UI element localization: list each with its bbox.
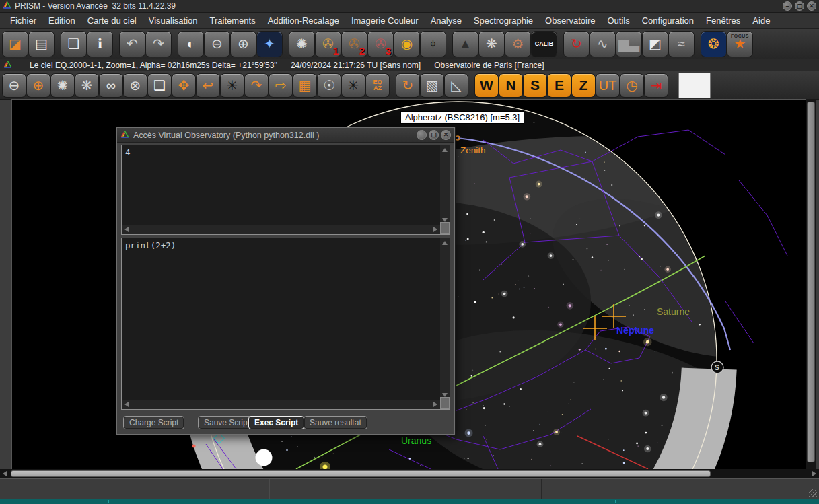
tools-wrench-button[interactable]: ⚙	[505, 32, 530, 57]
ephemeris-table-button[interactable]: ▦	[293, 74, 316, 97]
close-button[interactable]: ✕	[807, 1, 816, 11]
menu-carte-du-ciel[interactable]: Carte du ciel	[81, 13, 143, 28]
menu-analyse[interactable]: Analyse	[425, 13, 468, 28]
resize-arrows-button[interactable]: ✥	[172, 74, 195, 97]
sky-zoom-in-button[interactable]: ⊕	[27, 74, 50, 97]
vo-output-scroll-corner[interactable]	[440, 222, 450, 234]
scroll-right-icon[interactable]	[433, 402, 437, 407]
reduce-view-button[interactable]: ✳	[221, 74, 244, 97]
curve-button[interactable]: ∿	[590, 32, 615, 57]
open-image-button[interactable]: ◪	[3, 32, 28, 57]
calibration-button[interactable]: CALIB	[532, 32, 557, 57]
select-region-button[interactable]: ▧	[421, 74, 443, 97]
vo-script-input-area[interactable]: print(2+2)	[121, 238, 450, 410]
minimize-button[interactable]: –	[783, 1, 792, 11]
scroll-left-icon[interactable]	[124, 227, 129, 232]
zoom-out-button[interactable]: ⊖	[205, 32, 229, 57]
vo-output-vscrollbar[interactable]	[440, 145, 450, 225]
sauve-script-button[interactable]: Sauve Script	[198, 416, 256, 429]
redo-button[interactable]: ↷	[146, 32, 171, 57]
menu-addition-recalage[interactable]: Addition-Recalage	[262, 13, 345, 28]
menu-fen-tres[interactable]: Fenêtres	[700, 13, 746, 28]
cardinal-z-button[interactable]: Z	[572, 74, 595, 97]
cardinal-s-button[interactable]: S	[524, 74, 546, 97]
filter-wheel-button[interactable]: ◉	[394, 32, 419, 57]
color-swatch[interactable]	[679, 73, 710, 98]
sauve-resultat-button[interactable]: Sauve resultat	[304, 416, 367, 429]
psf-cone-button[interactable]: ▲	[453, 32, 478, 57]
dialog-close-button[interactable]: ✕	[441, 130, 451, 140]
camera-2-button[interactable]: ✇2	[342, 32, 367, 57]
contrast-button[interactable]: ◐	[178, 32, 203, 57]
info-button[interactable]: ℹ	[87, 32, 112, 57]
vo-input-hscrollbar[interactable]	[122, 400, 440, 409]
maximize-button[interactable]: ▢	[795, 1, 804, 11]
scroll-left-icon[interactable]	[3, 471, 7, 476]
telescope-button[interactable]: ⌖	[421, 32, 446, 57]
map-vertical-scrollbar[interactable]	[806, 100, 816, 469]
print-button[interactable]: ❑	[148, 74, 171, 97]
profile-graph-button[interactable]: ≈	[669, 32, 694, 57]
eq-az-toggle-button[interactable]: EQ AZ	[366, 74, 389, 97]
vo-dialog-titlebar[interactable]: Accès Virtual Observatory (Python python…	[117, 128, 454, 143]
flip-arrow-button[interactable]: ↩	[197, 74, 219, 97]
vo-output-area[interactable]: 4	[121, 145, 450, 235]
scroll-up-icon[interactable]	[442, 241, 448, 245]
menu-configuration[interactable]: Configuration	[636, 13, 700, 28]
menu-outils[interactable]: Outils	[601, 13, 635, 28]
star-sphere-button[interactable]: ❋	[479, 32, 504, 57]
sky-zoom-out-button[interactable]: ⊖	[3, 74, 26, 97]
scroll-up-icon[interactable]	[442, 148, 448, 152]
histogram-3d-button[interactable]: ▆▃	[616, 32, 641, 57]
scroll-right-icon[interactable]	[812, 471, 816, 476]
sky-flat-wheel-button[interactable]: ✺	[51, 74, 74, 97]
menu-spectrographie[interactable]: Spectrographie	[468, 13, 539, 28]
dialog-minimize-button[interactable]: –	[417, 130, 427, 140]
rotate-arrow-button[interactable]: ↷	[245, 74, 268, 97]
vo-input-scroll-corner[interactable]	[440, 397, 450, 409]
resize-grip[interactable]	[809, 489, 817, 497]
horizontal-scroll-thumb[interactable]	[11, 470, 711, 477]
vo-input-vscrollbar[interactable]	[440, 238, 450, 400]
image-preview-button[interactable]: ✦	[257, 32, 282, 57]
astrometry-button[interactable]: ❂	[701, 32, 726, 57]
map-horizontal-scrollbar[interactable]	[0, 469, 819, 478]
cardinal-w-button[interactable]: W	[475, 74, 498, 97]
cardinal-n-button[interactable]: N	[499, 74, 522, 97]
charge-script-button[interactable]: Charge Script	[123, 416, 184, 429]
focus-button[interactable]: FOCUS★	[727, 32, 752, 57]
measure-ruler-button[interactable]: ◺	[445, 74, 468, 97]
dialog-maximize-button[interactable]: ▢	[429, 130, 439, 140]
step-arrow-button[interactable]: ⇨	[269, 74, 292, 97]
rotate-field-button[interactable]: ↻	[396, 74, 419, 97]
undo-button[interactable]: ↶	[120, 32, 145, 57]
sky-star-sphere-button[interactable]: ❋	[75, 74, 98, 97]
menu-imagerie-couleur[interactable]: Imagerie Couleur	[345, 13, 425, 28]
camera-3-button[interactable]: ✇3	[368, 32, 393, 57]
save-image-button[interactable]: ▤	[29, 32, 54, 57]
no-display-button[interactable]: ⊗	[124, 74, 147, 97]
scroll-left-icon[interactable]	[124, 402, 129, 407]
negative-button[interactable]: ◩	[643, 32, 668, 57]
cardinal-e-button[interactable]: E	[548, 74, 571, 97]
menu-traitements[interactable]: Traitements	[204, 13, 262, 28]
menu-aide[interactable]: Aide	[746, 13, 776, 28]
menu-edition[interactable]: Edition	[42, 13, 81, 28]
vertical-scroll-thumb[interactable]	[807, 102, 815, 462]
exit-chart-button[interactable]: ⇥	[645, 74, 668, 97]
flat-wheel-button[interactable]: ✺	[289, 32, 314, 57]
binoculars-button[interactable]: ∞	[100, 74, 122, 97]
exec-script-button[interactable]: Exec Script	[248, 416, 304, 429]
sky-map[interactable]: ZenithSaturneNeptuneUranusS Alpheratz (B…	[12, 100, 806, 469]
universal-time-button[interactable]: UT	[596, 74, 619, 97]
menu-fichier[interactable]: Fichier	[4, 13, 42, 28]
menu-visualisation[interactable]: Visualisation	[143, 13, 204, 28]
clock-button[interactable]: ◷	[620, 74, 643, 97]
scroll-right-icon[interactable]	[433, 227, 437, 232]
vo-output-hscrollbar[interactable]	[122, 225, 440, 234]
camera-1-button[interactable]: ✇1	[316, 32, 341, 57]
zoom-in-button[interactable]: ⊕	[231, 32, 256, 57]
blink-button[interactable]: ↻	[564, 32, 589, 57]
menu-observatoire[interactable]: Observatoire	[539, 13, 601, 28]
solar-system-button[interactable]: ☉	[318, 74, 341, 97]
